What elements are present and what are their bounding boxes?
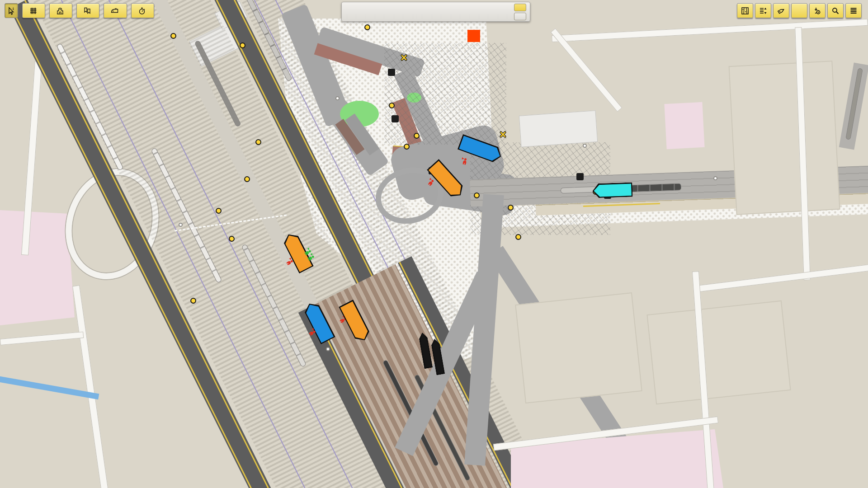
- road-segment: [552, 19, 868, 42]
- node-dot[interactable]: [179, 223, 183, 227]
- signal-icon[interactable]: [364, 24, 370, 30]
- finances-button[interactable]: [791, 3, 807, 18]
- signal-icon[interactable]: [508, 205, 514, 211]
- line-order-icon: [759, 6, 768, 15]
- signal-icon[interactable]: [229, 236, 235, 242]
- road-segment: [697, 264, 868, 292]
- tag-icon: [777, 6, 786, 15]
- city-block: [515, 292, 642, 404]
- chevron-right-sign: [576, 173, 584, 180]
- speed-buttons: [514, 4, 526, 20]
- lines-button[interactable]: [76, 3, 99, 18]
- signal-icon[interactable]: [389, 103, 395, 108]
- lines-icon: [83, 7, 91, 15]
- cursor-info-icon: i: [7, 7, 15, 15]
- river: [0, 375, 99, 400]
- tracks-button[interactable]: [22, 3, 45, 18]
- building: [519, 110, 598, 147]
- app-window: i: [0, 0, 868, 488]
- signal-icon[interactable]: [244, 176, 250, 182]
- node-dot[interactable]: [326, 347, 330, 351]
- node-dot[interactable]: [713, 176, 717, 180]
- alert-badge[interactable]: [467, 30, 480, 42]
- city-block: [729, 61, 840, 215]
- stations-icon: [56, 7, 64, 15]
- stations-button[interactable]: [49, 3, 72, 18]
- chevron-up-sign: [392, 115, 399, 122]
- status-panel: [341, 2, 530, 22]
- signal-icon[interactable]: [414, 133, 420, 139]
- train[interactable]: [561, 187, 597, 194]
- signal-icon[interactable]: [474, 192, 480, 198]
- select-tool-button[interactable]: i: [5, 3, 18, 18]
- pink-area-left: [0, 210, 75, 325]
- node-dot[interactable]: [583, 144, 587, 148]
- menu-icon: [849, 6, 858, 15]
- speed-up-button[interactable]: [514, 4, 526, 11]
- svg-text:i: i: [13, 7, 14, 11]
- search-button[interactable]: [827, 3, 844, 18]
- road-segment: [72, 285, 108, 488]
- signal-icon[interactable]: [404, 144, 410, 150]
- menu-button[interactable]: [845, 3, 862, 18]
- line-order-button[interactable]: [755, 3, 771, 18]
- secondary-toolbar: [737, 3, 862, 18]
- node-dot[interactable]: [335, 96, 340, 100]
- schedules-button[interactable]: [131, 3, 154, 18]
- pink-area-topright: [664, 102, 704, 149]
- speed-down-button[interactable]: [514, 13, 526, 20]
- search-icon: [831, 6, 840, 15]
- trains-button[interactable]: [104, 3, 127, 18]
- signal-icon[interactable]: [515, 234, 521, 240]
- map-canvas[interactable]: [0, 0, 868, 488]
- signal-icon[interactable]: [170, 33, 176, 39]
- signal-icon[interactable]: [216, 208, 222, 214]
- tag-button[interactable]: [773, 3, 789, 18]
- map-overlays-button[interactable]: [737, 3, 753, 18]
- chevron-up-sign: [388, 69, 395, 76]
- road-segment: [0, 332, 84, 345]
- city-block: [646, 300, 791, 404]
- train-label[interactable]: [592, 182, 632, 198]
- rail-crossing-icon[interactable]: [401, 54, 407, 61]
- signal-icon[interactable]: [190, 298, 196, 304]
- tracks-icon: [29, 7, 37, 15]
- trains-icon: [110, 7, 119, 15]
- steam-workshop-icon: [813, 6, 822, 15]
- rail-crossing-icon[interactable]: [500, 131, 506, 138]
- steam-workshop-button[interactable]: [809, 3, 826, 18]
- map-overlays-icon: [741, 6, 750, 15]
- signal-icon[interactable]: [255, 139, 261, 145]
- road-segment: [551, 28, 623, 112]
- signal-icon[interactable]: [240, 42, 245, 48]
- main-toolbar: i: [5, 3, 154, 18]
- schedules-icon: [138, 7, 146, 15]
